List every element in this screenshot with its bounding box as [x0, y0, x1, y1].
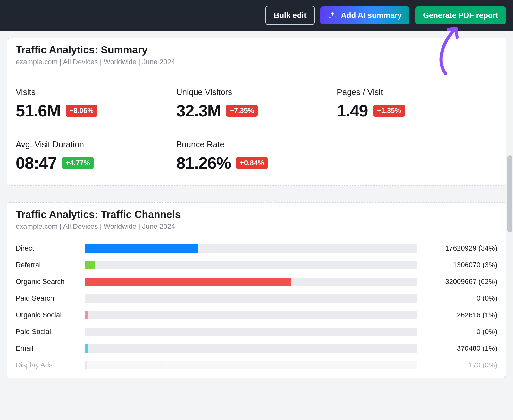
channel-bar	[85, 261, 417, 269]
channel-bar	[85, 244, 417, 253]
channel-bar-fill	[85, 344, 88, 353]
channel-row-referral: Referral1306070 (3%)	[16, 261, 497, 269]
channels-chart: Direct17620929 (34%)Referral1306070 (3%)…	[7, 233, 506, 378]
kpi-cell-pages-visit: Pages / Visit1.49−1.35%	[337, 87, 497, 120]
channel-value: 370480 (1%)	[424, 344, 497, 353]
ai-summary-label: Add AI summary	[341, 11, 402, 20]
kpi-label: Pages / Visit	[337, 87, 497, 97]
bulk-edit-label: Bulk edit	[274, 11, 306, 20]
summary-header: Traffic Analytics: Summary example.com |…	[7, 38, 506, 68]
kpi-value-row: 08:47+4.77%	[16, 153, 176, 173]
topbar: Bulk edit Add AI summary Generate PDF re…	[0, 0, 513, 31]
kpi-value: 08:47	[16, 153, 57, 173]
channel-row-paid-social: Paid Social0 (0%)	[16, 328, 497, 336]
kpi-delta-badge: +0.84%	[236, 157, 268, 169]
channel-bar	[85, 311, 417, 319]
kpi-delta-badge: −1.35%	[373, 105, 405, 117]
kpi-label: Avg. Visit Duration	[16, 140, 176, 150]
channels-subtitle: example.com | All Devices | Worldwide | …	[16, 222, 497, 231]
channel-bar	[85, 278, 417, 286]
channels-header: Traffic Analytics: Traffic Channels exam…	[7, 203, 506, 233]
summary-panel: Traffic Analytics: Summary example.com |…	[7, 38, 506, 186]
kpi-cell-unique-visitors: Unique Visitors32.3M−7.35%	[176, 87, 337, 120]
page-content: Traffic Analytics: Summary example.com |…	[0, 31, 513, 385]
channel-label: Organic Social	[16, 311, 79, 319]
channel-bar	[85, 328, 417, 336]
kpi-label: Visits	[16, 87, 176, 97]
kpi-label: Bounce Rate	[176, 140, 337, 150]
summary-title: Traffic Analytics: Summary	[16, 44, 497, 56]
kpi-delta-badge: −8.06%	[66, 105, 97, 117]
channel-row-organic-social: Organic Social262616 (1%)	[16, 311, 497, 319]
kpi-value: 32.3M	[176, 101, 221, 120]
summary-subtitle: example.com | All Devices | Worldwide | …	[16, 58, 497, 66]
channel-row-display-ads: Display Ads170 (0%)	[16, 361, 497, 369]
scrollbar-thumb[interactable]	[507, 155, 512, 232]
kpi-delta-badge: +4.77%	[62, 157, 94, 169]
channel-value: 1306070 (3%)	[424, 261, 497, 269]
channel-value: 262616 (1%)	[424, 311, 497, 319]
add-ai-summary-button[interactable]: Add AI summary	[320, 6, 409, 24]
channel-row-organic-search: Organic Search32009667 (62%)	[16, 278, 497, 286]
channel-value: 0 (0%)	[424, 294, 497, 303]
kpi-grid: Visits51.6M−8.06%Unique Visitors32.3M−7.…	[7, 68, 506, 185]
kpi-value-row: 1.49−1.35%	[337, 101, 497, 120]
channel-value: 32009667 (62%)	[424, 278, 497, 286]
channel-bar	[85, 344, 417, 353]
bulk-edit-button[interactable]: Bulk edit	[265, 6, 315, 25]
sparkle-icon	[328, 11, 337, 20]
channel-label: Organic Search	[16, 278, 79, 286]
channel-value: 0 (0%)	[424, 328, 497, 336]
kpi-value-row: 51.6M−8.06%	[16, 101, 176, 120]
kpi-delta-badge: −7.35%	[226, 105, 258, 117]
generate-pdf-button[interactable]: Generate PDF report	[415, 6, 506, 24]
channel-row-email: Email370480 (1%)	[16, 344, 497, 353]
channel-label: Paid Social	[16, 328, 79, 336]
channel-row-direct: Direct17620929 (34%)	[16, 244, 497, 253]
channel-bar	[85, 361, 417, 369]
channel-label: Referral	[16, 261, 79, 269]
channel-label: Display Ads	[16, 361, 79, 369]
kpi-cell-avg-visit-duration: Avg. Visit Duration08:47+4.77%	[16, 140, 176, 173]
channel-row-paid-search: Paid Search0 (0%)	[16, 294, 497, 303]
kpi-value: 81.26%	[176, 153, 231, 173]
channels-panel: Traffic Analytics: Traffic Channels exam…	[7, 202, 506, 378]
channel-bar-fill	[85, 311, 88, 319]
channels-title: Traffic Analytics: Traffic Channels	[16, 209, 497, 220]
channel-value: 17620929 (34%)	[424, 244, 497, 253]
kpi-label: Unique Visitors	[176, 87, 337, 97]
channel-bar-fill	[85, 361, 87, 369]
channel-bar-fill	[85, 278, 291, 286]
kpi-value: 51.6M	[16, 101, 61, 120]
channel-bar-fill	[85, 244, 198, 253]
pdf-report-label: Generate PDF report	[423, 11, 498, 20]
channel-bar-fill	[85, 261, 95, 269]
channel-label: Direct	[16, 244, 79, 253]
channel-value: 170 (0%)	[424, 361, 497, 369]
kpi-value: 1.49	[337, 101, 368, 120]
kpi-cell-bounce-rate: Bounce Rate81.26%+0.84%	[176, 140, 337, 173]
kpi-value-row: 81.26%+0.84%	[176, 153, 337, 173]
channel-label: Email	[16, 344, 79, 353]
channel-bar	[85, 294, 417, 303]
kpi-cell-visits: Visits51.6M−8.06%	[16, 87, 176, 120]
channel-label: Paid Search	[16, 294, 79, 303]
kpi-value-row: 32.3M−7.35%	[176, 101, 337, 120]
